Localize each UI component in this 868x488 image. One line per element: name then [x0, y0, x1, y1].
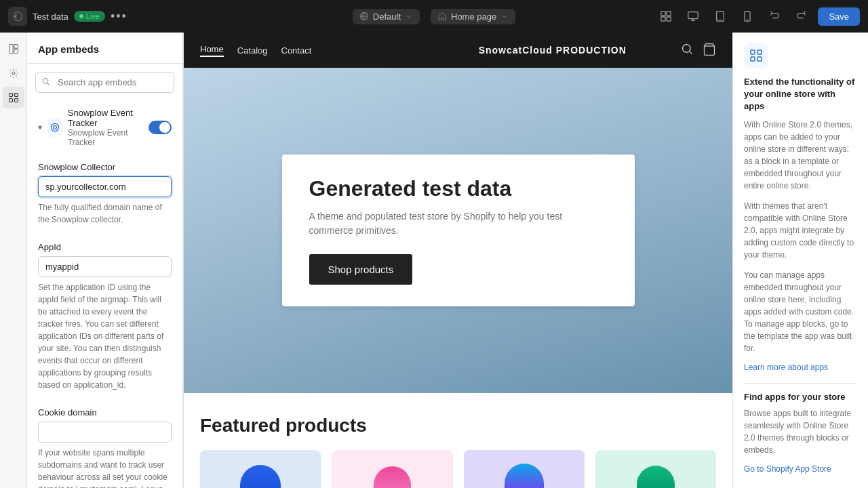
- store-preview: Home Catalog Contact SnowcatCloud PRODUC…: [184, 33, 732, 488]
- tracker-item: ▾ Snowplow Event Tracker Snowplow Event …: [27, 101, 182, 154]
- app-store-link[interactable]: Go to Shopify App Store: [744, 464, 857, 474]
- svg-point-22: [683, 44, 691, 52]
- svg-point-8: [720, 19, 721, 20]
- tracker-labels: Snowplow Event Tracker Snowplow Event Tr…: [68, 108, 143, 147]
- svg-point-19: [43, 78, 48, 83]
- svg-rect-17: [9, 99, 12, 102]
- nav-icon-layout[interactable]: [3, 38, 24, 60]
- nav-link-home[interactable]: Home: [200, 44, 224, 57]
- device-tablet-icon[interactable]: [709, 5, 731, 27]
- featured-section: Featured products: [184, 393, 732, 488]
- svg-point-20: [51, 123, 58, 131]
- product-card-2[interactable]: [332, 450, 452, 488]
- svg-rect-5: [667, 17, 671, 21]
- live-dot: [79, 14, 83, 18]
- collector-input[interactable]: [38, 176, 172, 197]
- tracker-toggle-area: Snowplow Event Tracker Snowplow Event Tr…: [47, 108, 143, 147]
- nav-icon-apps[interactable]: [3, 87, 24, 108]
- live-badge: Live: [74, 11, 105, 22]
- svg-point-10: [747, 19, 748, 20]
- svg-rect-25: [757, 50, 762, 54]
- appid-input[interactable]: [38, 256, 172, 277]
- search-input[interactable]: [35, 72, 174, 93]
- right-sidebar: Extend the functionality of your online …: [732, 33, 868, 488]
- store-name: Test data: [33, 12, 68, 22]
- svg-rect-3: [667, 12, 671, 16]
- collector-field-section: Snowplow Collector The fully qualified d…: [27, 154, 182, 234]
- shop-products-button[interactable]: Shop products: [309, 254, 413, 285]
- tracker-icon: [47, 118, 62, 137]
- tracker-toggle[interactable]: [149, 121, 172, 134]
- hero-card: Generated test data A theme and populate…: [282, 155, 635, 306]
- products-grid: [200, 450, 716, 488]
- product-card-3[interactable]: [464, 450, 585, 488]
- find-apps-desc: Browse apps built to integrate seamlessl…: [744, 407, 857, 456]
- divider: [744, 383, 857, 384]
- topbar-right: Save: [521, 5, 860, 27]
- sidebar-title: App embeds: [27, 33, 182, 64]
- search-box: [35, 72, 174, 93]
- svg-rect-6: [688, 12, 698, 19]
- hero-section: Generated test data A theme and populate…: [184, 68, 732, 393]
- board-2: [374, 466, 411, 488]
- nav-link-catalog[interactable]: Catalog: [237, 45, 268, 56]
- hero-desc: A theme and populated test store by Shop…: [309, 209, 608, 238]
- board-1: [240, 465, 281, 488]
- topbar: Test data Live ••• Default Home page: [0, 0, 868, 33]
- topbar-center: Default Home page: [353, 9, 515, 24]
- right-text-3: You can manage apps embedded throughout …: [744, 269, 857, 354]
- nav-icon-settings[interactable]: [3, 62, 24, 84]
- board-3: [505, 464, 544, 488]
- right-text-1: With Online Store 2.0 themes, apps can b…: [744, 119, 857, 192]
- store-nav-icons: [681, 43, 716, 58]
- appid-field-section: AppId Set the application ID using the a…: [27, 234, 182, 399]
- cookie-domain-field-section: Cookie domain If your website spans mult…: [27, 399, 182, 488]
- cart-nav-icon[interactable]: [703, 43, 716, 58]
- svg-rect-4: [661, 17, 665, 21]
- svg-rect-27: [757, 57, 762, 61]
- svg-rect-12: [14, 45, 18, 49]
- right-text-2: With themes that aren't compatible with …: [744, 200, 857, 261]
- right-sidebar-header: [744, 43, 857, 68]
- app-blocks-icon[interactable]: [655, 5, 677, 27]
- sidebar-nav-icons: [0, 33, 27, 488]
- search-nav-icon[interactable]: [681, 43, 694, 58]
- find-apps-title: Find apps for your store: [744, 392, 857, 402]
- svg-point-14: [12, 72, 15, 75]
- svg-rect-11: [9, 45, 13, 54]
- learn-more-link[interactable]: Learn more about apps: [744, 363, 857, 372]
- board-4: [637, 466, 675, 488]
- default-selector[interactable]: Default: [353, 9, 420, 24]
- svg-point-21: [53, 126, 56, 129]
- topbar-left: Test data Live •••: [8, 7, 347, 26]
- svg-rect-16: [14, 94, 18, 97]
- save-button[interactable]: Save: [818, 7, 860, 26]
- chevron-icon[interactable]: ▾: [38, 123, 42, 132]
- back-icon[interactable]: [8, 7, 27, 26]
- apps-icon: [744, 43, 768, 68]
- svg-rect-2: [661, 12, 665, 16]
- product-card-1[interactable]: [200, 450, 321, 488]
- right-sidebar-title: Extend the functionality of your online …: [744, 76, 857, 113]
- store-nav: Home Catalog Contact SnowcatCloud PRODUC…: [184, 33, 732, 68]
- home-page-selector[interactable]: Home page: [431, 9, 515, 24]
- device-mobile-icon[interactable]: [736, 5, 758, 27]
- svg-rect-26: [751, 57, 755, 61]
- hero-title: Generated test data: [309, 176, 608, 201]
- nav-links: Home Catalog Contact: [200, 44, 425, 57]
- undo-icon[interactable]: [764, 5, 785, 27]
- main-layout: App embeds ▾ Snowplow Event Tracker Sn: [0, 33, 868, 488]
- svg-rect-15: [9, 94, 12, 97]
- product-card-4[interactable]: [595, 450, 716, 488]
- store-brand: SnowcatCloud PRODUCTION: [441, 45, 665, 56]
- search-icon: [41, 77, 51, 88]
- device-desktop-icon[interactable]: [682, 5, 704, 27]
- nav-link-contact[interactable]: Contact: [281, 45, 312, 56]
- more-options-button[interactable]: •••: [111, 9, 127, 24]
- redo-icon[interactable]: [791, 5, 812, 27]
- cookie-domain-input[interactable]: [38, 422, 172, 443]
- svg-rect-24: [751, 50, 755, 54]
- svg-rect-13: [14, 49, 18, 54]
- left-panel: App embeds ▾ Snowplow Event Tracker Sn: [0, 33, 184, 488]
- featured-title: Featured products: [200, 415, 716, 436]
